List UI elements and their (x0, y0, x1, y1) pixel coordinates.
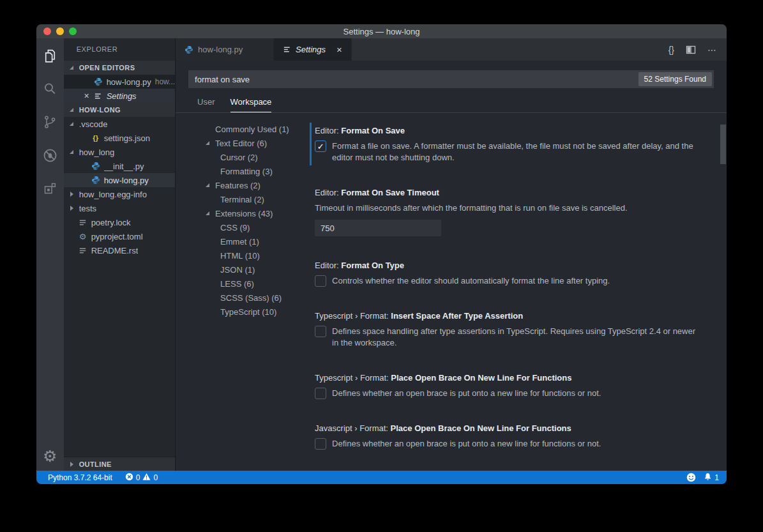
file-tree-item[interactable]: {}settings.json (64, 131, 175, 145)
extensions-icon (42, 181, 57, 196)
twistie-spacer (82, 163, 88, 169)
scope-tab-workspace[interactable]: Workspace (230, 97, 272, 112)
scrollbar-thumb[interactable] (720, 125, 726, 164)
setting-checkbox[interactable] (315, 275, 326, 287)
setting-category: Editor: (315, 261, 341, 270)
tab-settings[interactable]: Settings× (274, 38, 352, 61)
debug-icon (42, 148, 58, 163)
tabs: how-long.pySettings× (176, 38, 352, 61)
chevron-expanded-icon (205, 182, 211, 188)
activity-bar-item-search[interactable] (42, 80, 58, 97)
toc-item-html[interactable]: HTML (10) (176, 248, 310, 262)
close-editor-icon[interactable]: × (82, 91, 92, 101)
activity-bar-item-debug[interactable] (42, 147, 58, 163)
python-icon (91, 162, 101, 171)
file-tree-item[interactable]: poetry.lock (64, 215, 175, 229)
settings-search-bar: 52 Settings Found (188, 70, 714, 88)
setting-title: Editor: Format On Save Timeout (315, 188, 704, 197)
problems-item[interactable]: 0 0 (125, 473, 158, 483)
twistie-spacer (205, 126, 211, 132)
file-tree-item[interactable]: ⚙pyproject.toml (64, 229, 175, 243)
toc-label: Emmet (1) (220, 237, 259, 247)
titlebar[interactable]: Settings — how-long (36, 24, 727, 38)
settings-entries: Editor: Format On Save✓Format a file on … (310, 113, 727, 471)
twistie-spacer (69, 247, 75, 254)
setting-value-input[interactable] (315, 220, 441, 236)
chevron-collapsed-icon (69, 205, 75, 211)
toc-item-scss-sass-[interactable]: SCSS (Sass) (6) (176, 291, 310, 305)
status-bar-left: Python 3.7.2 64-bit 0 0 (48, 473, 158, 483)
toc-label: JSON (1) (220, 265, 255, 275)
activity-bar-item-extensions[interactable] (42, 180, 58, 197)
file-tree-item[interactable]: how_long.egg-info (64, 187, 175, 201)
toc-item-extensions[interactable]: Extensions (43) (176, 206, 310, 220)
outline-header[interactable]: OUTLINE (64, 457, 175, 471)
toc-item-json[interactable]: JSON (1) (176, 262, 310, 277)
activity-bar-item-explorer[interactable] (42, 47, 58, 64)
explorer-sidebar: EXPLORER OPEN EDITORS how-long.pyhow...×… (64, 38, 176, 471)
close-tab-icon[interactable]: × (336, 44, 342, 55)
minimize-window-button[interactable] (56, 27, 64, 35)
chevron-expanded-icon (205, 140, 211, 146)
vscode-window: Settings — how-long ⚙ EXPLORER OPEN EDIT… (36, 24, 727, 484)
toc-label: Features (2) (215, 181, 261, 190)
setting-category: Editor: (315, 188, 341, 197)
close-window-button[interactable] (43, 27, 51, 35)
zoom-window-button[interactable] (69, 27, 77, 35)
open-editor-item[interactable]: how-long.pyhow... (64, 75, 175, 89)
toc-item-formatting[interactable]: Formatting (3) (176, 164, 310, 178)
editor-actions: {}⋯ (669, 38, 727, 61)
activity-bar-item-source-control[interactable] (42, 114, 58, 130)
toc-item-text-editor[interactable]: Text Editor (6) (176, 136, 310, 150)
setting-checkbox-row: Controls whether the editor should autom… (315, 275, 704, 287)
toc-item-commonly-used[interactable]: Commonly Used (1) (176, 122, 310, 136)
setting-name: Format On Save Timeout (341, 188, 439, 197)
braces-icon: {} (91, 134, 101, 142)
setting-checkbox[interactable] (315, 438, 326, 450)
setting-category: Javascript › Format: (315, 423, 390, 433)
open-editor-item[interactable]: ×Settings (64, 89, 175, 103)
file-tree-item[interactable]: __init__.py (64, 159, 175, 173)
setting-checkbox[interactable]: ✓ (315, 141, 326, 152)
file-tree-item[interactable]: tests (64, 201, 175, 215)
setting-entry: Javascript › Format: Place Open Brace On… (315, 423, 704, 450)
toc-item-emmet[interactable]: Emmet (1) (176, 234, 310, 248)
split-editor-button[interactable] (686, 45, 696, 55)
toc-item-css[interactable]: CSS (9) (176, 220, 310, 234)
file-tree-item[interactable]: README.rst (64, 243, 175, 257)
scope-tab-user[interactable]: User (197, 97, 215, 112)
setting-entry: Editor: Format On Save✓Format a file on … (315, 126, 704, 163)
twistie-spacer (69, 233, 75, 239)
file-tree-item[interactable]: .vscode (64, 117, 175, 131)
python-version-item[interactable]: Python 3.7.2 64-bit (48, 473, 112, 482)
list-icon (78, 218, 88, 227)
tab-how-long-py[interactable]: how-long.py (176, 38, 274, 61)
twistie-spacer (210, 196, 216, 202)
file-tree-item[interactable]: how-long.py (64, 173, 175, 187)
traffic-lights (43, 24, 77, 38)
open-editors-header[interactable]: OPEN EDITORS (64, 61, 175, 75)
project-header[interactable]: HOW-LONG (64, 103, 175, 117)
chevron-collapsed-icon (69, 191, 75, 197)
toc-item-typescript[interactable]: TypeScript (10) (176, 305, 310, 319)
toc-item-features[interactable]: Features (2) (176, 178, 310, 192)
file-name: how_long.egg-info (79, 190, 147, 199)
open-settings-json-button[interactable]: {} (669, 45, 674, 55)
setting-name: Place Open Brace On New Line For Functio… (391, 423, 571, 433)
toc-item-less[interactable]: LESS (6) (176, 277, 310, 291)
feedback-smiley-icon[interactable] (686, 473, 696, 482)
setting-checkbox[interactable] (315, 326, 326, 337)
settings-search-input[interactable] (188, 75, 638, 84)
chevron-expanded-icon (69, 121, 75, 127)
setting-checkbox[interactable] (315, 388, 326, 399)
setting-entry: Typescript › Format: Insert Space After … (315, 311, 704, 349)
settings-scope-tabs: UserWorkspace (176, 88, 727, 113)
notifications-item[interactable]: 1 (704, 473, 719, 483)
activity-bar-item-manage[interactable]: ⚙ (42, 448, 58, 464)
file-tree-item[interactable]: how_long (64, 145, 175, 159)
toc-item-cursor[interactable]: Cursor (2) (176, 150, 310, 164)
more-actions-button[interactable]: ⋯ (707, 45, 716, 55)
toc-label: LESS (6) (220, 279, 254, 289)
toc-item-terminal[interactable]: Terminal (2) (176, 192, 310, 206)
search-icon (42, 81, 57, 96)
